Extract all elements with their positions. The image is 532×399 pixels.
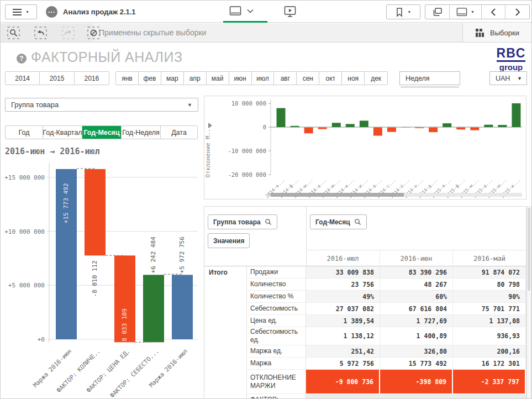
pivot-body: ИтогоПродажи33 009 83883 390 29691 874 0…	[204, 266, 526, 399]
deviation-bar[interactable]	[360, 120, 368, 127]
tab-год[interactable]: Год	[6, 126, 43, 139]
deviation-bar[interactable]	[456, 128, 465, 130]
deviation-bar[interactable]	[443, 123, 451, 127]
pivot-column-headers: 2016-июл2016-июн2016-май	[306, 250, 526, 266]
pivot-column-header[interactable]: 2016-июн	[380, 250, 453, 266]
deviation-ytick: 0	[263, 124, 266, 130]
table-row: ФАКТОР:	[247, 394, 526, 399]
app-options-icon[interactable]: ···	[46, 6, 57, 18]
deviation-bar[interactable]	[277, 108, 286, 127]
deviation-bar[interactable]	[415, 128, 424, 128]
waterfall-bar[interactable]	[172, 275, 193, 339]
table-row: Количество %49%60%90%	[247, 291, 526, 303]
duplicate-sheet-button[interactable]	[425, 5, 450, 19]
caret-down-icon: ▼	[408, 10, 412, 14]
deviation-bar[interactable]	[498, 125, 507, 127]
tab-год-неделя[interactable]: Год-Неделя	[122, 126, 161, 139]
waterfall-title: 2016-июн → 2016-июл	[5, 146, 100, 156]
month-button[interactable]: сен	[297, 72, 319, 85]
tab-год-месяц[interactable]: Год-Месяц	[82, 126, 122, 139]
month-button[interactable]: янв	[116, 72, 139, 85]
selections-tool-button[interactable]: Выборки	[462, 23, 531, 42]
pivot-value-cell: 1 137,08	[453, 315, 526, 327]
currency-select[interactable]: UAH ▼	[489, 71, 527, 85]
pivot-value-cell: 80 798	[453, 279, 526, 291]
deviation-bar[interactable]	[470, 128, 479, 130]
product-group-dropdown[interactable]: Группа товара ▼	[5, 98, 198, 112]
month-button[interactable]: апр	[184, 72, 207, 85]
month-button[interactable]: ноя	[342, 72, 365, 85]
year-button[interactable]: 2014	[6, 72, 40, 85]
month-button[interactable]: июл	[252, 72, 275, 85]
pivot-value-cell: 15 773 492	[380, 358, 453, 370]
step-back-icon[interactable]	[34, 27, 47, 39]
pivot-row-dimension-button[interactable]: Группа товара	[208, 214, 277, 229]
selections-grid-icon	[475, 28, 484, 38]
pivot-column-header[interactable]: 2016-май	[453, 250, 526, 266]
month-button[interactable]: авг	[274, 72, 297, 85]
pivot-values-button[interactable]: Значения	[208, 233, 250, 248]
deviation-bar[interactable]	[373, 128, 382, 136]
sheet-selector[interactable]	[229, 6, 254, 17]
pivot-value-cell: 60%	[380, 291, 453, 303]
sheet-list-button[interactable]: ▼	[450, 5, 482, 19]
month-button[interactable]: мар	[161, 72, 184, 85]
sheet-icon	[456, 7, 467, 17]
pivot-value-cell: 1 400,89	[380, 327, 453, 345]
step-forward-icon[interactable]	[62, 27, 75, 39]
deviation-bar-chart[interactable]: Отклонение М...10 000 0000-10 000 000-20…	[204, 96, 526, 199]
help-icon[interactable]: ?	[17, 54, 27, 64]
smart-search-icon[interactable]	[7, 27, 20, 39]
waterfall-bar-label: -8 033 109	[121, 308, 128, 345]
topbar: ▼ ··· Анализ продаж 2.1.1	[1, 1, 531, 23]
pivot-row-group-cell: Итого	[204, 266, 247, 399]
pivot-vertical-scrollbar[interactable]	[526, 206, 531, 399]
deviation-bar[interactable]	[346, 124, 355, 127]
waterfall-chart[interactable]: +15 000 000+10 000 000+5 000 000+0+15 77…	[1, 159, 201, 399]
table-row: Цена ед.1 389,541 727,691 137,08	[247, 315, 526, 327]
deviation-hscroll-thumb[interactable]	[271, 193, 404, 197]
pivot-column-dimension-button[interactable]: Год-Месяц	[310, 214, 367, 229]
waterfall-bar[interactable]	[85, 169, 106, 255]
waterfall-bar-label: +5 972 756	[178, 237, 186, 273]
storytelling-button[interactable]	[283, 5, 297, 20]
deviation-ytick: 10 000 000	[231, 100, 266, 107]
deviation-bar[interactable]	[304, 128, 313, 134]
table-row: Себестоимость27 037 08267 616 80475 701 …	[247, 303, 526, 315]
deviation-chart-container: Отклонение М...10 000 0000-10 000 000-20…	[204, 96, 526, 200]
year-button[interactable]: 2015	[40, 72, 74, 85]
tab-дата[interactable]: Дата	[161, 126, 197, 139]
deviation-bar[interactable]	[429, 128, 438, 133]
pivot-value-cell	[453, 394, 526, 399]
bookmarks-button[interactable]: ▼	[386, 4, 420, 19]
waterfall-xlabel[interactable]: ФАКТОР: СЕБЕСТО...	[109, 348, 160, 399]
pivot-value-cell: 1 389,54	[306, 315, 380, 327]
pivot-row-label: Цена ед.	[247, 315, 306, 327]
deviation-bar[interactable]	[387, 128, 396, 132]
month-button[interactable]: июн	[229, 72, 252, 85]
month-button[interactable]: фев	[139, 72, 161, 85]
pivot-row-label: ФАКТОР:	[247, 394, 306, 399]
waterfall-bar[interactable]	[143, 275, 164, 342]
clear-selections-icon[interactable]	[87, 27, 100, 39]
deviation-bar[interactable]	[332, 123, 341, 127]
pivot-column-header[interactable]: 2016-июл	[306, 250, 380, 266]
next-sheet-button[interactable]	[505, 5, 529, 19]
pivot-value-cell: 936,93	[453, 327, 526, 345]
deviation-bar[interactable]	[484, 125, 493, 127]
pivot-value-cell: 200,16	[453, 345, 526, 358]
deviation-bar[interactable]	[512, 103, 520, 127]
year-button[interactable]: 2016	[75, 72, 109, 85]
month-button[interactable]: май	[207, 72, 229, 85]
triangle-down-icon: ▼	[187, 102, 192, 108]
deviation-bar[interactable]	[291, 126, 299, 127]
month-button[interactable]: окт	[319, 72, 342, 85]
search-icon	[265, 218, 272, 225]
global-menu-button[interactable]: ▼	[5, 4, 37, 19]
month-button[interactable]: дек	[365, 72, 387, 85]
week-filter-input[interactable]: Неделя	[399, 71, 460, 85]
previous-sheet-button[interactable]	[482, 5, 505, 19]
table-row: Продажи33 009 83883 390 29691 874 072	[247, 266, 526, 279]
deviation-bar[interactable]	[318, 128, 327, 129]
tab-год-квартал[interactable]: Год-Квартал	[43, 126, 82, 139]
